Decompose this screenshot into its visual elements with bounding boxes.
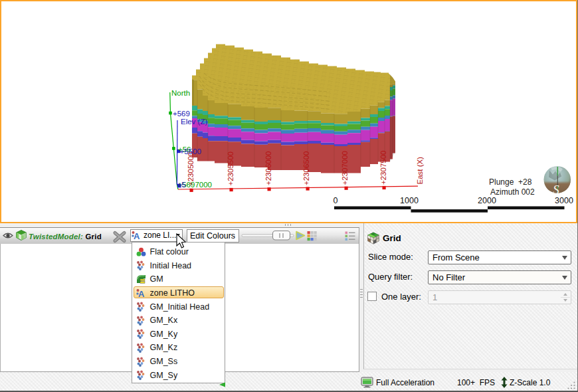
svg-text:100+ FPS: 100+ FPS [457,378,495,387]
svg-text:Full Acceleration: Full Acceleration [376,378,434,387]
svg-text:Z-Scale 1.0: Z-Scale 1.0 [510,378,551,387]
